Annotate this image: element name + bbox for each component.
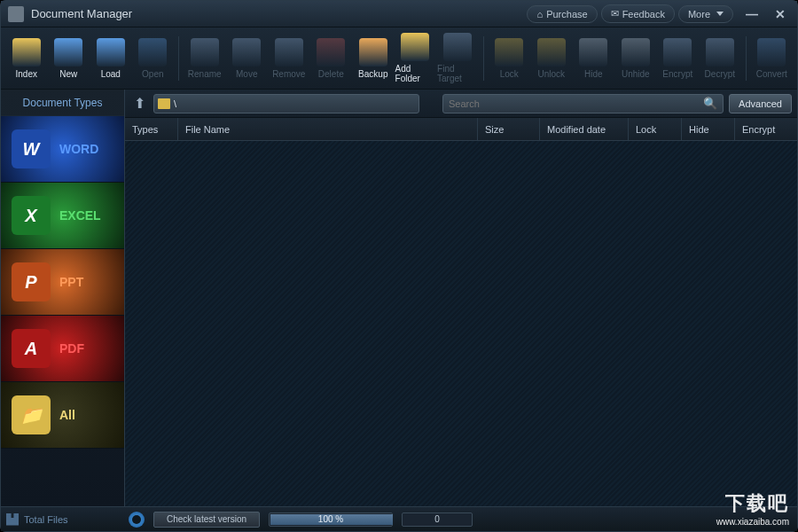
toolbar: IndexNewLoadOpenRenameMoveRemoveDeleteBa… (1, 27, 797, 90)
search-icon: 🔍 (703, 97, 717, 110)
ppt-icon: P (12, 262, 51, 301)
load-button[interactable]: Load (90, 32, 131, 85)
more-button[interactable]: More (678, 5, 733, 23)
col-lock[interactable]: Lock (629, 118, 682, 140)
app-title: Document Manager (31, 7, 523, 20)
decrypt-button: Decrypt (700, 32, 740, 85)
rename-button: Rename (184, 32, 225, 85)
path-input[interactable]: \ (153, 94, 419, 113)
hide-button: Hide (574, 32, 614, 85)
unlock-icon (537, 38, 566, 66)
feedback-button[interactable]: ✉Feedback (601, 4, 675, 23)
col-types[interactable]: Types (125, 118, 178, 140)
col-size[interactable]: Size (478, 118, 540, 140)
move-icon (232, 38, 261, 66)
backup-icon (359, 38, 387, 66)
sidebar-header: Document Types (1, 90, 124, 116)
separator (178, 36, 179, 81)
count-box: 0 (402, 512, 473, 527)
cart-icon: ⌂ (536, 9, 543, 20)
delete-button: Delete (311, 32, 352, 85)
findtarget-button: Find Target (437, 32, 478, 85)
puzzle-icon (6, 513, 19, 526)
findtarget-icon (443, 33, 472, 61)
advanced-button[interactable]: Advanced (729, 94, 792, 113)
addfolder-button[interactable]: Add Folder (395, 32, 436, 85)
col-modified[interactable]: Modified date (540, 118, 629, 140)
open-button: Open (133, 32, 174, 85)
separator (483, 36, 484, 81)
unlock-button: Unlock (531, 32, 572, 85)
backup-button[interactable]: Backup (353, 32, 394, 85)
delete-icon (317, 38, 345, 66)
remove-icon (275, 38, 303, 66)
gear-icon[interactable] (129, 512, 145, 528)
mail-icon: ✉ (611, 8, 619, 20)
separator (746, 36, 747, 81)
type-word[interactable]: WWORD (1, 116, 124, 183)
type-ppt[interactable]: PPPT (1, 249, 124, 316)
titlebar: Document Manager ⌂Purchase ✉Feedback Mor… (1, 1, 797, 27)
encrypt-icon (663, 38, 692, 66)
app-icon (8, 6, 24, 22)
path-bar: ⬆ \ 🔍 Advanced (125, 90, 797, 118)
col-filename[interactable]: File Name (178, 118, 478, 140)
convert-icon (757, 38, 786, 66)
index-button[interactable]: Index (6, 32, 47, 85)
type-pdf[interactable]: APDF (1, 316, 124, 382)
type-excel[interactable]: XEXCEL (1, 183, 124, 249)
col-hide[interactable]: Hide (682, 118, 735, 140)
file-list (125, 141, 797, 506)
unhide-button: Unhide (615, 32, 656, 85)
index-icon (12, 38, 41, 66)
progress-bar: 100 % (269, 512, 393, 527)
all-icon: 📁 (12, 395, 51, 434)
remove-button: Remove (269, 32, 309, 85)
folder-icon (158, 98, 170, 109)
pdf-icon: A (12, 329, 51, 368)
main-panel: ⬆ \ 🔍 Advanced Types File Name Size Modi… (125, 90, 797, 506)
addfolder-icon (401, 33, 429, 61)
encrypt-button: Encrypt (658, 32, 699, 85)
load-icon (97, 38, 125, 66)
convert-button: Convert (751, 32, 792, 85)
new-button[interactable]: New (49, 32, 90, 85)
column-header: Types File Name Size Modified date Lock … (125, 118, 797, 141)
open-icon (138, 38, 167, 66)
search-input[interactable]: 🔍 (442, 94, 724, 113)
unhide-icon (622, 38, 650, 66)
purchase-button[interactable]: ⌂Purchase (527, 5, 597, 23)
lock-button: Lock (489, 32, 529, 85)
col-encrypt[interactable]: Encrypt (735, 118, 797, 140)
close-button[interactable]: ✕ (771, 4, 790, 24)
excel-icon: X (12, 196, 51, 235)
sidebar: Document Types WWORDXEXCELPPPTAPDF📁All (1, 90, 125, 506)
type-all[interactable]: 📁All (1, 382, 124, 449)
decrypt-icon (706, 38, 734, 66)
move-button: Move (226, 32, 267, 85)
check-version-button[interactable]: Check latest version (153, 512, 260, 528)
rename-icon (191, 38, 219, 66)
minimize-button[interactable]: — (742, 4, 762, 24)
new-icon (54, 38, 82, 66)
status-bar: Total Files Check latest version 100 % 0 (1, 506, 797, 531)
lock-icon (495, 38, 523, 66)
up-arrow-icon[interactable]: ⬆ (130, 95, 148, 113)
chevron-down-icon (716, 12, 724, 16)
word-icon: W (12, 129, 51, 168)
hide-icon (579, 38, 607, 66)
total-files: Total Files (6, 513, 120, 526)
